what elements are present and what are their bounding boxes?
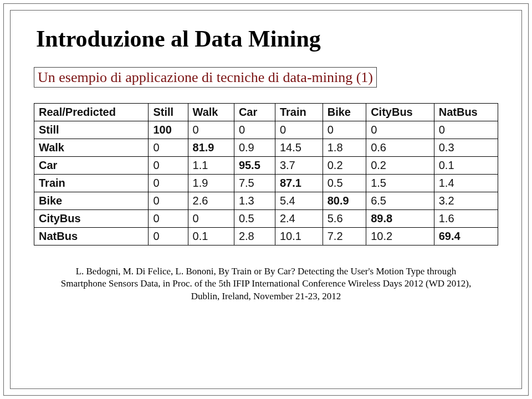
cell: 0 xyxy=(149,228,188,245)
cell: 0.1 xyxy=(434,157,498,175)
col-header: Train xyxy=(275,104,323,121)
cell: 1.4 xyxy=(434,175,498,192)
cell: 0 xyxy=(149,139,188,157)
cell: 0 xyxy=(188,210,234,228)
slide-frame: Introduzione al Data Mining Un esempio d… xyxy=(10,10,522,389)
cell: 2.4 xyxy=(275,210,323,228)
cell: 2.8 xyxy=(234,228,275,245)
cell: 10.2 xyxy=(366,228,434,245)
table-row: Bike 0 2.6 1.3 5.4 80.9 6.5 3.2 xyxy=(34,192,498,210)
cell: 1.1 xyxy=(188,157,234,175)
subtitle-row: Un esempio di applicazione di tecniche d… xyxy=(34,67,498,88)
cell: 5.4 xyxy=(275,192,323,210)
cell: 0 xyxy=(149,192,188,210)
table-row: Still 100 0 0 0 0 0 0 xyxy=(34,121,498,139)
slide-subtitle: Un esempio di applicazione di tecniche d… xyxy=(34,67,377,88)
table-row: CityBus 0 0 0.5 2.4 5.6 89.8 1.6 xyxy=(34,210,498,228)
cell: 3.7 xyxy=(275,157,323,175)
row-header: CityBus xyxy=(34,210,149,228)
row-header: Car xyxy=(34,157,149,175)
cell: 0 xyxy=(323,121,366,139)
cell: 6.5 xyxy=(366,192,434,210)
slide-title: Introduzione al Data Mining xyxy=(34,26,498,55)
col-header: CityBus xyxy=(366,104,434,121)
cell: 0.5 xyxy=(234,210,275,228)
table-corner-cell: Real/Predicted xyxy=(34,104,149,121)
cell: 14.5 xyxy=(275,139,323,157)
row-header: Walk xyxy=(34,139,149,157)
cell: 89.8 xyxy=(366,210,434,228)
cell: 0.1 xyxy=(188,228,234,245)
col-header: NatBus xyxy=(434,104,498,121)
table-row: Train 0 1.9 7.5 87.1 0.5 1.5 1.4 xyxy=(34,175,498,192)
table-header-row: Real/Predicted Still Walk Car Train Bike… xyxy=(34,104,498,121)
cell: 1.3 xyxy=(234,192,275,210)
col-header: Walk xyxy=(188,104,234,121)
col-header: Still xyxy=(149,104,188,121)
cell: 80.9 xyxy=(323,192,366,210)
table-row: NatBus 0 0.1 2.8 10.1 7.2 10.2 69.4 xyxy=(34,228,498,245)
cell: 0 xyxy=(149,157,188,175)
cell: 69.4 xyxy=(434,228,498,245)
cell: 0 xyxy=(434,121,498,139)
col-header: Bike xyxy=(323,104,366,121)
cell: 0.9 xyxy=(234,139,275,157)
cell: 1.5 xyxy=(366,175,434,192)
cell: 1.6 xyxy=(434,210,498,228)
cell: 2.6 xyxy=(188,192,234,210)
cell: 81.9 xyxy=(188,139,234,157)
cell: 0 xyxy=(149,175,188,192)
confusion-matrix: Real/Predicted Still Walk Car Train Bike… xyxy=(34,103,498,245)
cell: 7.5 xyxy=(234,175,275,192)
row-header: Train xyxy=(34,175,149,192)
cell: 0.5 xyxy=(323,175,366,192)
row-header: NatBus xyxy=(34,228,149,245)
cell: 3.2 xyxy=(434,192,498,210)
row-header: Still xyxy=(34,121,149,139)
cell: 0.2 xyxy=(366,157,434,175)
cell: 0.3 xyxy=(434,139,498,157)
cell: 95.5 xyxy=(234,157,275,175)
cell: 0.6 xyxy=(366,139,434,157)
cell: 5.6 xyxy=(323,210,366,228)
cell: 0 xyxy=(275,121,323,139)
col-header: Car xyxy=(234,104,275,121)
table-row: Walk 0 81.9 0.9 14.5 1.8 0.6 0.3 xyxy=(34,139,498,157)
cell: 100 xyxy=(149,121,188,139)
cell: 87.1 xyxy=(275,175,323,192)
cell: 1.9 xyxy=(188,175,234,192)
cell: 0 xyxy=(234,121,275,139)
cell: 7.2 xyxy=(323,228,366,245)
table-row: Car 0 1.1 95.5 3.7 0.2 0.2 0.1 xyxy=(34,157,498,175)
cell: 0 xyxy=(149,210,188,228)
cell: 1.8 xyxy=(323,139,366,157)
citation-text: L. Bedogni, M. Di Felice, L. Bononi, By … xyxy=(34,265,498,302)
row-header: Bike xyxy=(34,192,149,210)
cell: 0.2 xyxy=(323,157,366,175)
cell: 0 xyxy=(366,121,434,139)
cell: 10.1 xyxy=(275,228,323,245)
cell: 0 xyxy=(188,121,234,139)
confusion-matrix-table: Real/Predicted Still Walk Car Train Bike… xyxy=(34,103,498,245)
